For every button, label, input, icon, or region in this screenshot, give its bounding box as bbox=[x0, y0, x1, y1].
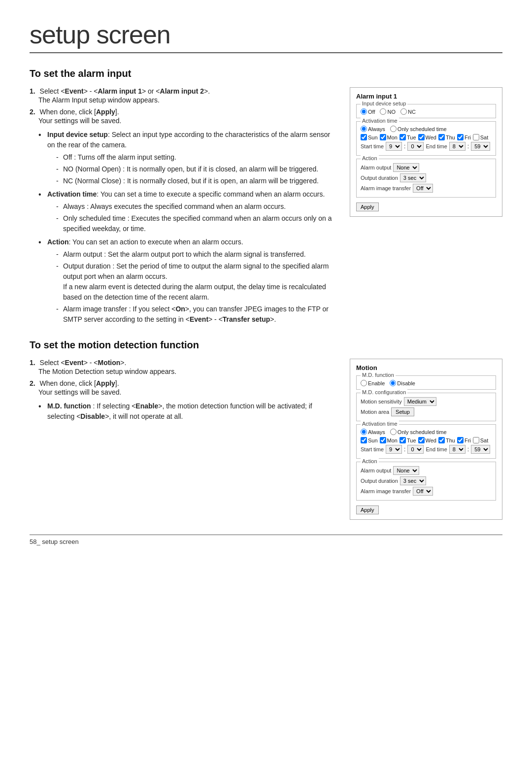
motion-cb-sat[interactable]: Sat bbox=[473, 437, 489, 443]
motion-cb-thu[interactable]: Thu bbox=[438, 437, 455, 443]
section2-left: Select <Event> - <Motion>. The Motion De… bbox=[30, 359, 335, 520]
motion-cb-wed[interactable]: Wed bbox=[418, 437, 436, 443]
alarm-action-label: Action bbox=[361, 155, 379, 161]
dash7b-text: If a new alarm event is detected during … bbox=[63, 283, 326, 301]
cb-sun[interactable]: Sun bbox=[361, 134, 378, 140]
motion-activation-label: Activation time bbox=[361, 421, 399, 427]
motion-cb-mon[interactable]: Mon bbox=[380, 437, 398, 443]
motion-cb-tue[interactable]: Tue bbox=[399, 437, 416, 443]
section1-bullet1-title: Input device setup bbox=[47, 131, 108, 138]
dash6: Alarm output : Set the alarm output port… bbox=[56, 249, 335, 260]
radio-always[interactable]: Always bbox=[361, 126, 385, 132]
alarm-apply-button[interactable]: Apply bbox=[356, 202, 379, 211]
section2-steps: Select <Event> - <Motion>. The Motion De… bbox=[30, 359, 335, 422]
section2-step1-sub: The Motion Detection setup window appear… bbox=[30, 368, 335, 375]
section1-step2: When done, click [Apply]. Your settings … bbox=[30, 108, 335, 325]
radio-scheduled-input[interactable] bbox=[390, 126, 397, 132]
start-min-select[interactable]: 0 bbox=[407, 142, 424, 151]
cb-wed[interactable]: Wed bbox=[418, 134, 436, 140]
cb-tue[interactable]: Tue bbox=[399, 134, 416, 140]
dash5: Only scheduled time : Executes the speci… bbox=[56, 213, 335, 234]
dash1: Off : Turns off the alarm input setting. bbox=[56, 152, 335, 163]
dash3: NC (Normal Close) : It is normally close… bbox=[56, 176, 335, 186]
motion-cb-fri[interactable]: Fri bbox=[457, 437, 471, 443]
start-hour-select[interactable]: 9 bbox=[386, 142, 402, 151]
radio-off-label: Off bbox=[368, 109, 375, 115]
alarm-panel-title: Alarm input 1 bbox=[356, 93, 496, 100]
section1-steps: Select <Event> - <Alarm input 1> or <Ala… bbox=[30, 87, 335, 325]
radio-always-input[interactable] bbox=[361, 126, 367, 132]
motion-apply-button[interactable]: Apply bbox=[356, 505, 379, 514]
motion-alarm-image-select[interactable]: Off bbox=[413, 487, 433, 496]
radio-off[interactable]: Off bbox=[361, 108, 375, 115]
alarm-input-device-label: Input device setup bbox=[361, 101, 407, 106]
cb-sat[interactable]: Sat bbox=[473, 134, 489, 140]
alarm-days-row: Sun Mon Tue Wed Thu Fri Sat bbox=[361, 134, 492, 140]
md-config-group: M.D. configuration Motion sensitivity Me… bbox=[356, 393, 496, 421]
cb-thu[interactable]: Thu bbox=[438, 134, 455, 140]
motion-action-group-label: Action bbox=[361, 458, 379, 464]
section1-panel: Alarm input 1 Input device setup Off NO bbox=[350, 87, 502, 330]
md-sensitivity-label: Motion sensitivity bbox=[361, 399, 402, 404]
motion-end-min[interactable]: 59 bbox=[471, 445, 490, 454]
radio-scheduled-label: Only scheduled time bbox=[398, 126, 447, 132]
section2-step2: When done, click [Apply]. Your settings … bbox=[30, 379, 335, 422]
md-enable-input[interactable] bbox=[361, 380, 367, 386]
alarm-activation-group: Activation time Always Only scheduled ti… bbox=[356, 121, 496, 156]
md-area-label: Motion area bbox=[361, 409, 389, 415]
alarm-image-label: Alarm image transfer bbox=[361, 185, 411, 191]
output-duration-select[interactable]: 3 sec bbox=[400, 173, 426, 182]
radio-no-input[interactable] bbox=[380, 108, 386, 115]
section2-step1-text: Select <Event> - <Motion>. bbox=[40, 359, 127, 367]
section1-step1: Select <Event> - <Alarm input 1> or <Ala… bbox=[30, 87, 335, 104]
motion-scheduled-input[interactable] bbox=[390, 429, 397, 435]
motion-end-hour[interactable]: 8 bbox=[449, 445, 466, 454]
section2-bullet1: M.D. function : If selecting <Enable>, t… bbox=[38, 401, 335, 422]
md-area-setup-button[interactable]: Setup bbox=[391, 407, 414, 416]
section1-bullet2: Activation time: You can set a time to e… bbox=[38, 189, 335, 234]
section2-title: To set the motion detection function bbox=[30, 339, 502, 351]
section1-step2-sub: Your settings will be saved. bbox=[30, 117, 335, 125]
section2-panel: Motion M.D. function Enable Disable bbox=[350, 359, 502, 520]
radio-scheduled[interactable]: Only scheduled time bbox=[390, 126, 447, 132]
section2-wrapper: Select <Event> - <Motion>. The Motion De… bbox=[30, 359, 502, 520]
radio-no[interactable]: NO bbox=[380, 108, 396, 115]
motion-action-group: Action Alarm output None Output duration… bbox=[356, 462, 496, 501]
motion-radio-scheduled[interactable]: Only scheduled time bbox=[390, 429, 447, 435]
radio-nc-input[interactable] bbox=[400, 108, 407, 115]
motion-activation-group: Activation time Always Only scheduled ti… bbox=[356, 424, 496, 459]
end-min-select[interactable]: 59 bbox=[471, 142, 490, 151]
md-enable-label: Enable bbox=[368, 380, 385, 386]
motion-start-min[interactable]: 0 bbox=[407, 445, 424, 454]
motion-scheduled-label: Only scheduled time bbox=[398, 429, 447, 435]
md-radio-enable[interactable]: Enable bbox=[361, 380, 385, 386]
alarm-output-select[interactable]: None bbox=[393, 163, 419, 172]
section1-bullet3-title: Action bbox=[47, 238, 69, 246]
md-function-label: M.D. function bbox=[361, 372, 396, 378]
motion-radio-always[interactable]: Always bbox=[361, 429, 385, 435]
motion-cb-sun[interactable]: Sun bbox=[361, 437, 378, 443]
section1-bullet2-title: Activation time bbox=[47, 190, 97, 198]
motion-always-input[interactable] bbox=[361, 429, 367, 435]
section1-bullet3-text: : You can set an action to execute when … bbox=[69, 238, 243, 246]
radio-nc[interactable]: NC bbox=[400, 108, 416, 115]
motion-always-label: Always bbox=[368, 429, 385, 435]
output-duration-row: Output duration 3 sec bbox=[361, 173, 492, 182]
end-hour-select[interactable]: 8 bbox=[449, 142, 466, 151]
md-radio-disable[interactable]: Disable bbox=[390, 380, 415, 386]
motion-output-duration-select[interactable]: 3 sec bbox=[400, 476, 426, 485]
motion-start-hour[interactable]: 9 bbox=[386, 445, 402, 454]
md-disable-input[interactable] bbox=[390, 380, 396, 386]
section2-step1: Select <Event> - <Motion>. The Motion De… bbox=[30, 359, 335, 375]
radio-off-input[interactable] bbox=[361, 108, 367, 115]
motion-alarm-output-row: Alarm output None bbox=[361, 466, 492, 475]
md-sensitivity-select[interactable]: Medium bbox=[404, 397, 436, 406]
section1-title: To set the alarm input bbox=[30, 68, 502, 79]
alarm-image-select[interactable]: Off bbox=[413, 184, 433, 193]
end-time-label: End time bbox=[426, 143, 447, 149]
section1-step1-text: Select <Event> - <Alarm input 1> or <Ala… bbox=[40, 87, 210, 95]
motion-alarm-output-select[interactable]: None bbox=[393, 466, 419, 475]
cb-fri[interactable]: Fri bbox=[457, 134, 471, 140]
cb-mon[interactable]: Mon bbox=[380, 134, 398, 140]
alarm-activation-radios: Always Only scheduled time bbox=[361, 126, 492, 132]
